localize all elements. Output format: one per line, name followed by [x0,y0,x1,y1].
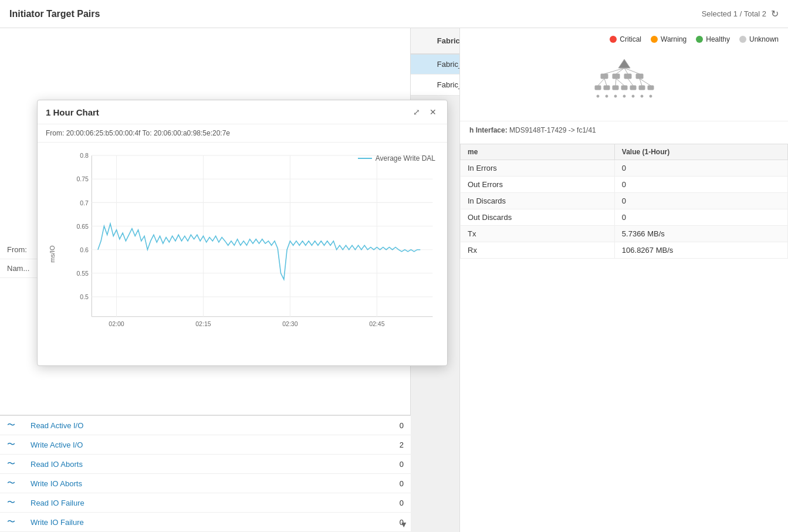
svg-line-6 [616,68,624,74]
svg-rect-4 [636,74,643,79]
stats-table: me Value (1-Hour) In Errors 0 Out Errors… [460,144,788,259]
line-chart-icon[interactable]: 〜 [7,478,15,487]
svg-point-28 [641,95,643,97]
svg-line-17 [604,79,607,86]
stats-row: In Discards 0 [461,193,788,209]
metrics-row: 〜 Write IO Failure 0 [0,513,411,532]
svg-line-5 [604,68,624,74]
stats-value: 0 [614,193,787,209]
metrics-row: 〜 Write Active I/O 2 [0,435,411,455]
stats-name: In Discards [461,193,615,209]
svg-text:02:30: 02:30 [282,320,298,327]
svg-text:0.8: 0.8 [80,152,89,159]
svg-line-18 [615,79,616,86]
metrics-value: 2 [364,435,411,455]
metrics-chart-icon: 〜 [0,474,23,493]
line-chart-icon[interactable]: 〜 [7,439,15,449]
legend-healthy: Healthy [696,35,730,43]
svg-text:0.65: 0.65 [76,223,89,230]
stats-value: 0 [614,209,787,226]
healthy-label: Healthy [706,35,730,43]
metrics-value: 0 [364,416,411,435]
svg-line-19 [616,79,624,86]
metrics-label: Read Active I/O [23,416,364,435]
chart-expand-button[interactable]: ⤢ [411,106,422,118]
from-label: From: [7,245,27,254]
legend-critical: Critical [610,35,641,43]
svg-text:0.6: 0.6 [80,246,89,253]
metrics-label: Write IO Failure [23,513,364,532]
metrics-row: 〜 Read IO Failure 0 [0,493,411,513]
metrics-value: 0 [364,455,411,474]
line-chart-icon[interactable]: 〜 [7,517,15,526]
right-panel: Critical Warning Healthy Unknown [459,28,788,532]
svg-rect-12 [621,86,627,90]
legend-unknown: Unknown [739,35,779,43]
stats-name: Out Discards [461,209,615,226]
critical-dot [610,36,617,43]
page-header: Initiator Target Pairs Selected 1 / Tota… [0,0,788,28]
chart-legend-inside: Average Write DAL [358,154,435,162]
svg-rect-15 [648,86,654,90]
stats-value: 0 [614,160,787,177]
chart-modal: 1 Hour Chart ⤢ ✕ From: 20:00:06:25:b5:00… [37,100,448,366]
unknown-dot [739,36,746,43]
interface-value: MDS9148T-17429 -> fc1/41 [509,126,596,134]
line-chart-icon[interactable]: 〜 [7,497,15,507]
scroll-indicator[interactable]: ▼ [400,520,408,529]
metrics-chart-icon: 〜 [0,416,23,435]
warning-dot [651,36,658,43]
metrics-label: Read IO Aborts [23,455,364,474]
stats-col-value: Value (1-Hour) [614,144,787,160]
unknown-label: Unknown [749,35,779,43]
stats-header-row: me Value (1-Hour) [461,144,788,160]
stats-name: In Errors [461,160,615,177]
metrics-table: 〜 Read Active I/O 0 〜 Write Active I/O 2… [0,416,411,532]
svg-rect-10 [604,86,610,90]
stats-row: Out Discards 0 [461,209,788,226]
metrics-value: 0 [364,474,411,493]
svg-rect-1 [601,74,608,79]
stats-value: 5.7366 MB/s [614,226,787,242]
svg-text:02:15: 02:15 [195,320,211,327]
line-chart-icon[interactable]: 〜 [7,459,15,468]
topology-area [460,50,788,121]
metrics-row: 〜 Read Active I/O 0 [0,416,411,435]
chart-modal-actions: ⤢ ✕ [411,106,439,118]
topology-icon [589,56,660,115]
svg-rect-14 [639,86,645,90]
svg-marker-0 [618,59,630,68]
critical-label: Critical [620,35,641,43]
chart-legend-line [358,158,372,159]
chart-area: ms/IO Average Write DAL 0.8 0.75 0.7 0.6… [38,143,447,365]
svg-rect-9 [595,86,601,90]
svg-line-20 [628,79,633,86]
chart-subtitle: From: 20:00:06:25:b5:00:00:4f To: 20:06:… [38,124,447,143]
stats-value: 0 [614,177,787,193]
metrics-chart-icon: 〜 [0,493,23,513]
svg-rect-11 [613,86,618,90]
stats-row: Out Errors 0 [461,177,788,193]
healthy-dot [696,36,703,43]
svg-text:02:45: 02:45 [369,320,385,327]
line-chart-icon[interactable]: 〜 [7,420,15,429]
chart-close-button[interactable]: ✕ [427,106,439,118]
metrics-value: 0 [364,493,411,513]
svg-point-25 [614,95,617,97]
interface-label: h Interface: [469,126,508,134]
svg-point-29 [650,95,652,97]
warning-label: Warning [661,35,686,43]
metrics-chart-icon: 〜 [0,435,23,455]
legend: Critical Warning Healthy Unknown [460,28,788,50]
metrics-label: Write Active I/O [23,435,364,455]
svg-rect-2 [613,74,620,79]
svg-text:0.75: 0.75 [76,175,89,182]
svg-text:0.7: 0.7 [80,199,89,206]
chart-svg: 0.8 0.75 0.7 0.65 0.6 0.55 0.5 02:00 02:… [67,148,439,336]
stats-name: Rx [461,242,615,259]
refresh-icon[interactable]: ↻ [771,8,779,19]
stats-col-name: me [461,144,615,160]
svg-point-23 [597,95,599,97]
chart-modal-title: 1 Hour Chart [46,107,99,117]
metrics-label: Read IO Failure [23,493,364,513]
